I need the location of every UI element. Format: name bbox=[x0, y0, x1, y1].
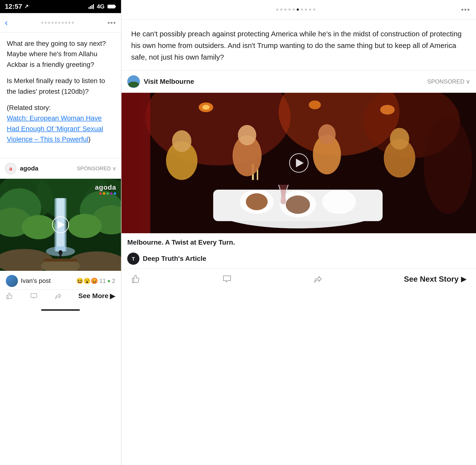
svg-point-33 bbox=[202, 105, 210, 110]
user-avatar bbox=[6, 275, 18, 287]
location-icon: ↗ bbox=[24, 3, 29, 10]
share-button[interactable] bbox=[54, 292, 62, 300]
right-dot-4 bbox=[288, 9, 291, 11]
right-dot-7 bbox=[301, 9, 303, 11]
melbourne-ad-image[interactable] bbox=[122, 93, 476, 233]
post-user-row: Ivan's post 😆😮😡 11 ● 2 bbox=[6, 275, 115, 287]
svg-point-26 bbox=[128, 82, 139, 87]
share-icon bbox=[54, 292, 62, 300]
svg-rect-56 bbox=[122, 93, 141, 233]
right-more-options-button[interactable]: ••• bbox=[461, 6, 470, 14]
see-more-button[interactable]: See More ▶ bbox=[78, 292, 115, 300]
dot-3 bbox=[48, 22, 50, 24]
source-name: Deep Truth's Article bbox=[143, 255, 206, 263]
see-next-story-label: See Next Story bbox=[404, 275, 459, 284]
visit-melbourne-name: Visit Melbourne bbox=[144, 78, 424, 85]
visit-melbourne-avatar bbox=[127, 75, 140, 88]
dot-5 bbox=[55, 22, 57, 24]
related-story-label: (Related story: bbox=[7, 104, 51, 111]
status-bar: 12:57 ↗ 4G bbox=[0, 0, 121, 13]
right-dot-8 bbox=[305, 9, 307, 11]
right-dot-10 bbox=[313, 9, 315, 11]
dot-8 bbox=[65, 22, 67, 24]
agoda-dot-green bbox=[106, 192, 109, 195]
dot-7 bbox=[62, 22, 64, 24]
svg-point-52 bbox=[318, 124, 336, 145]
right-dot-1 bbox=[276, 9, 278, 11]
right-source-row: T Deep Truth's Article bbox=[122, 250, 476, 269]
svg-rect-24 bbox=[44, 259, 77, 262]
see-next-story-button[interactable]: See Next Story ▶ bbox=[404, 275, 466, 284]
back-button[interactable]: ‹ bbox=[5, 18, 8, 28]
left-nav-bar: ‹ ••• bbox=[0, 13, 121, 32]
signal-bar-3 bbox=[91, 5, 92, 9]
right-ad-header: Visit Melbourne SPONSORED ∨ bbox=[122, 71, 476, 93]
dot-10 bbox=[72, 22, 74, 24]
right-article-para: He can't possibly preach against protect… bbox=[131, 28, 466, 63]
right-dot-5 bbox=[293, 9, 295, 11]
dot-1 bbox=[41, 22, 43, 24]
melbourne-avatar-svg bbox=[127, 75, 140, 88]
status-right: 4G bbox=[89, 3, 116, 10]
user-name: Ivan's post bbox=[21, 277, 51, 285]
svg-point-50 bbox=[238, 125, 256, 145]
svg-point-13 bbox=[22, 215, 56, 239]
right-dot-3 bbox=[284, 9, 286, 11]
right-nav-bar: ‹ ••• bbox=[122, 0, 476, 19]
like-button[interactable] bbox=[6, 292, 14, 300]
dot-2 bbox=[45, 22, 47, 24]
svg-point-34 bbox=[309, 101, 321, 109]
article-para-1: What are they going to say next? Maybe w… bbox=[7, 38, 114, 70]
battery-icon bbox=[107, 4, 116, 9]
svg-point-54 bbox=[390, 128, 409, 150]
dot-4 bbox=[51, 22, 53, 24]
signal-bar-2 bbox=[90, 6, 91, 9]
left-play-triangle-icon bbox=[58, 221, 65, 229]
deep-truth-avatar: T bbox=[127, 253, 139, 265]
left-content: What are they going to say next? Maybe w… bbox=[0, 32, 121, 465]
sponsored-label: SPONSORED bbox=[77, 165, 111, 172]
more-options-button[interactable]: ••• bbox=[108, 19, 116, 27]
right-share-button[interactable] bbox=[313, 274, 323, 284]
agoda-dot-red bbox=[99, 192, 102, 195]
like-icon bbox=[6, 292, 14, 300]
sponsored-chevron-icon: ∨ bbox=[112, 165, 116, 172]
see-next-arrow-icon: ▶ bbox=[461, 275, 466, 283]
article-para-2: Is Merkel finally ready to listen to the… bbox=[7, 75, 114, 97]
comment-button[interactable] bbox=[30, 292, 38, 300]
article-text: What are they going to say next? Maybe w… bbox=[0, 32, 121, 156]
svg-rect-1 bbox=[115, 6, 116, 7]
ad-caption-text: Melbourne. A Twist at Every Turn. bbox=[127, 239, 235, 246]
right-sponsored-label: SPONSORED bbox=[427, 78, 464, 85]
left-video-play-button[interactable] bbox=[52, 216, 69, 233]
comment-icon: ● bbox=[107, 278, 110, 284]
right-comment-button[interactable] bbox=[222, 274, 232, 284]
network-type: 4G bbox=[97, 3, 104, 10]
story-progress-dots bbox=[41, 22, 74, 24]
agoda-logo-text: agoda bbox=[95, 184, 116, 191]
right-share-icon bbox=[313, 274, 323, 284]
agoda-sponsored: SPONSORED ∨ bbox=[77, 165, 116, 172]
right-like-button[interactable] bbox=[131, 274, 141, 284]
svg-point-43 bbox=[322, 190, 356, 214]
comment-count: 2 bbox=[112, 277, 115, 284]
svg-point-14 bbox=[68, 214, 102, 238]
right-video-play-button[interactable] bbox=[289, 153, 309, 173]
agoda-ad-image[interactable]: agoda bbox=[0, 179, 121, 271]
status-time: 12:57 ↗ bbox=[5, 3, 29, 11]
svg-point-57 bbox=[424, 117, 472, 214]
right-article-text: He can't possibly preach against protect… bbox=[122, 19, 476, 70]
see-more-label: See More bbox=[78, 292, 108, 300]
agoda-color-dots bbox=[99, 192, 116, 195]
left-ad-header: a agoda SPONSORED ∨ bbox=[0, 159, 121, 179]
agoda-dot-purple bbox=[110, 192, 112, 195]
svg-point-48 bbox=[172, 130, 192, 152]
reaction-row: 😆😮😡 11 ● 2 bbox=[76, 277, 115, 284]
right-comment-icon bbox=[222, 274, 232, 284]
right-like-icon bbox=[131, 274, 141, 284]
right-dot-6-active bbox=[297, 9, 299, 11]
svg-point-44 bbox=[246, 193, 268, 210]
svg-rect-2 bbox=[108, 5, 115, 8]
right-sponsored-chevron-icon: ∨ bbox=[466, 78, 470, 85]
post-user: Ivan's post bbox=[6, 275, 51, 287]
